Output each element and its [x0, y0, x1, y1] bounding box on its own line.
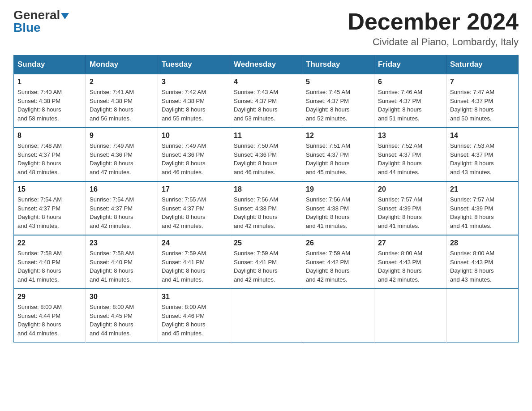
- calendar-day-cell: 20 Sunrise: 7:57 AM Sunset: 4:39 PM Dayl…: [374, 181, 446, 235]
- day-info: Sunrise: 7:59 AM Sunset: 4:41 PM Dayligh…: [162, 249, 226, 284]
- location: Cividate al Piano, Lombardy, Italy: [348, 36, 519, 48]
- calendar-day-cell: 2 Sunrise: 7:41 AM Sunset: 4:38 PM Dayli…: [86, 74, 158, 128]
- calendar-day-cell: 24 Sunrise: 7:59 AM Sunset: 4:41 PM Dayl…: [158, 235, 230, 289]
- calendar-day-cell: 12 Sunrise: 7:51 AM Sunset: 4:37 PM Dayl…: [302, 128, 374, 181]
- page-header: General Blue December 2024 Cividate al P…: [13, 9, 519, 48]
- logo-blue-text: Blue: [13, 21, 41, 34]
- day-number: 4: [234, 78, 298, 86]
- calendar-day-cell: 21 Sunrise: 7:57 AM Sunset: 4:39 PM Dayl…: [446, 181, 519, 235]
- day-info: Sunrise: 7:59 AM Sunset: 4:41 PM Dayligh…: [234, 249, 298, 284]
- day-info: Sunrise: 7:59 AM Sunset: 4:42 PM Dayligh…: [306, 249, 370, 284]
- calendar-day-cell: 10 Sunrise: 7:49 AM Sunset: 4:36 PM Dayl…: [158, 128, 230, 181]
- day-number: 2: [90, 78, 154, 86]
- day-info: Sunrise: 7:43 AM Sunset: 4:37 PM Dayligh…: [234, 88, 298, 123]
- day-number: 10: [162, 132, 226, 140]
- calendar-table: SundayMondayTuesdayWednesdayThursdayFrid…: [13, 55, 519, 342]
- day-number: 30: [90, 293, 154, 301]
- calendar-day-cell: 29 Sunrise: 8:00 AM Sunset: 4:44 PM Dayl…: [14, 289, 86, 342]
- day-info: Sunrise: 7:47 AM Sunset: 4:37 PM Dayligh…: [450, 88, 515, 123]
- day-info: Sunrise: 7:58 AM Sunset: 4:40 PM Dayligh…: [17, 249, 82, 284]
- title-block: December 2024 Cividate al Piano, Lombard…: [348, 9, 519, 48]
- day-number: 29: [17, 293, 82, 301]
- day-number: 11: [234, 132, 298, 140]
- day-number: 17: [162, 185, 226, 193]
- calendar-empty-cell: [374, 289, 446, 342]
- day-info: Sunrise: 7:58 AM Sunset: 4:40 PM Dayligh…: [90, 249, 154, 284]
- day-number: 5: [306, 78, 370, 86]
- logo: General Blue: [13, 9, 69, 34]
- column-header-saturday: Saturday: [446, 56, 519, 74]
- day-number: 22: [17, 239, 82, 247]
- day-number: 9: [90, 132, 154, 140]
- calendar-day-cell: 6 Sunrise: 7:46 AM Sunset: 4:37 PM Dayli…: [374, 74, 446, 128]
- day-info: Sunrise: 7:56 AM Sunset: 4:38 PM Dayligh…: [306, 195, 370, 230]
- calendar-day-cell: 23 Sunrise: 7:58 AM Sunset: 4:40 PM Dayl…: [86, 235, 158, 289]
- day-number: 15: [17, 185, 82, 193]
- calendar-week-row: 8 Sunrise: 7:48 AM Sunset: 4:37 PM Dayli…: [14, 128, 519, 181]
- day-info: Sunrise: 7:57 AM Sunset: 4:39 PM Dayligh…: [450, 195, 515, 230]
- month-title: December 2024: [348, 9, 519, 34]
- day-info: Sunrise: 7:54 AM Sunset: 4:37 PM Dayligh…: [90, 195, 154, 230]
- day-info: Sunrise: 7:40 AM Sunset: 4:38 PM Dayligh…: [17, 88, 82, 123]
- calendar-day-cell: 8 Sunrise: 7:48 AM Sunset: 4:37 PM Dayli…: [14, 128, 86, 181]
- day-info: Sunrise: 7:42 AM Sunset: 4:38 PM Dayligh…: [162, 88, 226, 123]
- logo-general-line: General: [13, 9, 69, 21]
- calendar-day-cell: 27 Sunrise: 8:00 AM Sunset: 4:43 PM Dayl…: [374, 235, 446, 289]
- column-header-tuesday: Tuesday: [158, 56, 230, 74]
- calendar-day-cell: 4 Sunrise: 7:43 AM Sunset: 4:37 PM Dayli…: [230, 74, 302, 128]
- day-info: Sunrise: 7:51 AM Sunset: 4:37 PM Dayligh…: [306, 141, 370, 176]
- day-info: Sunrise: 7:56 AM Sunset: 4:38 PM Dayligh…: [234, 195, 298, 230]
- calendar-day-cell: 22 Sunrise: 7:58 AM Sunset: 4:40 PM Dayl…: [14, 235, 86, 289]
- day-number: 28: [450, 239, 515, 247]
- calendar-empty-cell: [446, 289, 519, 342]
- day-number: 12: [306, 132, 370, 140]
- day-info: Sunrise: 7:49 AM Sunset: 4:36 PM Dayligh…: [162, 141, 226, 176]
- day-info: Sunrise: 7:45 AM Sunset: 4:37 PM Dayligh…: [306, 88, 370, 123]
- logo-general-text: General: [13, 8, 60, 22]
- calendar-day-cell: 11 Sunrise: 7:50 AM Sunset: 4:36 PM Dayl…: [230, 128, 302, 181]
- calendar-day-cell: 19 Sunrise: 7:56 AM Sunset: 4:38 PM Dayl…: [302, 181, 374, 235]
- day-number: 1: [17, 78, 82, 86]
- day-info: Sunrise: 7:57 AM Sunset: 4:39 PM Dayligh…: [378, 195, 442, 230]
- calendar-day-cell: 17 Sunrise: 7:55 AM Sunset: 4:37 PM Dayl…: [158, 181, 230, 235]
- column-header-monday: Monday: [86, 56, 158, 74]
- calendar-day-cell: 14 Sunrise: 7:53 AM Sunset: 4:37 PM Dayl…: [446, 128, 519, 181]
- day-info: Sunrise: 7:55 AM Sunset: 4:37 PM Dayligh…: [162, 195, 226, 230]
- day-info: Sunrise: 8:00 AM Sunset: 4:43 PM Dayligh…: [450, 249, 515, 284]
- day-info: Sunrise: 8:00 AM Sunset: 4:45 PM Dayligh…: [90, 303, 154, 338]
- calendar-day-cell: 31 Sunrise: 8:00 AM Sunset: 4:46 PM Dayl…: [158, 289, 230, 342]
- calendar-day-cell: 9 Sunrise: 7:49 AM Sunset: 4:36 PM Dayli…: [86, 128, 158, 181]
- calendar-day-cell: 18 Sunrise: 7:56 AM Sunset: 4:38 PM Dayl…: [230, 181, 302, 235]
- calendar-day-cell: 15 Sunrise: 7:54 AM Sunset: 4:37 PM Dayl…: [14, 181, 86, 235]
- day-info: Sunrise: 8:00 AM Sunset: 4:43 PM Dayligh…: [378, 249, 442, 284]
- day-number: 13: [378, 132, 442, 140]
- day-number: 16: [90, 185, 154, 193]
- calendar-day-cell: 26 Sunrise: 7:59 AM Sunset: 4:42 PM Dayl…: [302, 235, 374, 289]
- day-number: 8: [17, 132, 82, 140]
- day-number: 21: [450, 185, 515, 193]
- day-info: Sunrise: 7:48 AM Sunset: 4:37 PM Dayligh…: [17, 141, 82, 176]
- column-header-sunday: Sunday: [14, 56, 86, 74]
- logo-triangle-icon: [61, 13, 69, 19]
- calendar-week-row: 1 Sunrise: 7:40 AM Sunset: 4:38 PM Dayli…: [14, 74, 519, 128]
- day-info: Sunrise: 7:49 AM Sunset: 4:36 PM Dayligh…: [90, 141, 154, 176]
- calendar-day-cell: 5 Sunrise: 7:45 AM Sunset: 4:37 PM Dayli…: [302, 74, 374, 128]
- calendar-day-cell: 25 Sunrise: 7:59 AM Sunset: 4:41 PM Dayl…: [230, 235, 302, 289]
- day-info: Sunrise: 7:52 AM Sunset: 4:37 PM Dayligh…: [378, 141, 442, 176]
- calendar-header-row: SundayMondayTuesdayWednesdayThursdayFrid…: [14, 56, 519, 74]
- day-number: 6: [378, 78, 442, 86]
- calendar-day-cell: 13 Sunrise: 7:52 AM Sunset: 4:37 PM Dayl…: [374, 128, 446, 181]
- day-info: Sunrise: 8:00 AM Sunset: 4:46 PM Dayligh…: [162, 303, 226, 338]
- calendar-week-row: 15 Sunrise: 7:54 AM Sunset: 4:37 PM Dayl…: [14, 181, 519, 235]
- day-number: 31: [162, 293, 226, 301]
- day-number: 3: [162, 78, 226, 86]
- calendar-day-cell: 16 Sunrise: 7:54 AM Sunset: 4:37 PM Dayl…: [86, 181, 158, 235]
- day-number: 20: [378, 185, 442, 193]
- day-number: 14: [450, 132, 515, 140]
- day-info: Sunrise: 7:41 AM Sunset: 4:38 PM Dayligh…: [90, 88, 154, 123]
- calendar-day-cell: 7 Sunrise: 7:47 AM Sunset: 4:37 PM Dayli…: [446, 74, 519, 128]
- day-info: Sunrise: 7:46 AM Sunset: 4:37 PM Dayligh…: [378, 88, 442, 123]
- calendar-day-cell: 28 Sunrise: 8:00 AM Sunset: 4:43 PM Dayl…: [446, 235, 519, 289]
- column-header-thursday: Thursday: [302, 56, 374, 74]
- calendar-day-cell: 3 Sunrise: 7:42 AM Sunset: 4:38 PM Dayli…: [158, 74, 230, 128]
